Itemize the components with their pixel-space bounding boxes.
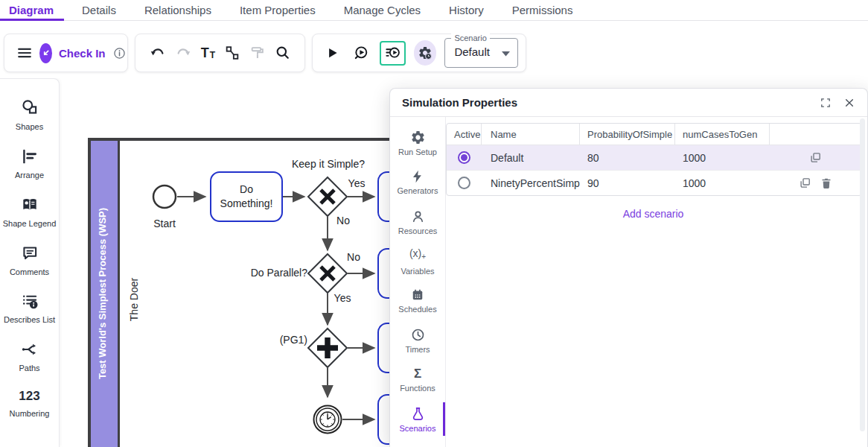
col-probability: ProbabilityOfSimple bbox=[580, 124, 675, 145]
menu-item-generators[interactable]: Generators bbox=[390, 162, 445, 202]
col-active: Active bbox=[447, 124, 482, 145]
close-icon[interactable] bbox=[843, 97, 855, 109]
check-in-icon[interactable] bbox=[39, 43, 52, 63]
tab-bar: Diagram Details Relationships Item Prope… bbox=[0, 0, 868, 21]
arrange-icon bbox=[20, 147, 39, 166]
format-painter-icon[interactable] bbox=[249, 45, 266, 61]
scenario-name[interactable]: NinetyPercentSimple bbox=[482, 177, 580, 189]
sidebar-item-numbering[interactable]: 123 Numbering bbox=[0, 381, 60, 426]
dialog-title: Simulation Properties bbox=[402, 96, 517, 109]
person-icon bbox=[410, 209, 426, 224]
gateway1-label: Keep it Simple? bbox=[280, 158, 377, 170]
edge-label-no1: No bbox=[328, 215, 358, 226]
paths-icon bbox=[20, 340, 39, 359]
table-row[interactable]: Default 80 1000 bbox=[447, 145, 861, 170]
col-num-cases: numCasesToGen bbox=[675, 124, 770, 145]
task-label: Do Something! bbox=[211, 172, 282, 221]
edge-label-no2: No bbox=[339, 251, 368, 263]
menu-item-bottom-partial[interactable] bbox=[390, 439, 445, 447]
top-bar: Diagram Details Relationships Item Prope… bbox=[0, 0, 868, 78]
menu-item-timers[interactable]: Timers bbox=[390, 320, 445, 360]
run-icon[interactable] bbox=[325, 45, 340, 61]
lightning-icon bbox=[410, 169, 425, 184]
menu-icon[interactable] bbox=[16, 45, 33, 61]
copy-icon[interactable] bbox=[798, 176, 812, 190]
tab-relationships[interactable]: Relationships bbox=[144, 1, 211, 20]
redo-icon[interactable] bbox=[175, 45, 192, 62]
menu-item-run-setup[interactable]: Run Setup bbox=[390, 123, 445, 162]
edge-label-yes1: Yes bbox=[342, 177, 371, 189]
menu-item-functions[interactable]: Σ Functions bbox=[390, 360, 445, 399]
flask-icon bbox=[410, 406, 426, 422]
tab-history[interactable]: History bbox=[449, 1, 484, 20]
shape-legend-icon bbox=[20, 195, 39, 215]
dialog-header: Simulation Properties bbox=[390, 89, 867, 117]
scenarios-panel: Active Name ProbabilityOfSimple numCases… bbox=[446, 117, 867, 447]
scenario-select[interactable]: Scenario Default bbox=[444, 38, 518, 68]
tab-details[interactable]: Details bbox=[82, 1, 116, 20]
col-name: Name bbox=[482, 124, 580, 145]
simulation-settings-gear-icon[interactable] bbox=[414, 40, 436, 66]
run-toolbar-group: Scenario Default bbox=[312, 34, 526, 72]
checkin-toolbar-group: Check In bbox=[4, 34, 128, 72]
scenario-num-cases[interactable]: 1000 bbox=[675, 177, 770, 189]
menu-item-scenarios[interactable]: Scenarios bbox=[390, 399, 445, 439]
simulation-menu: Run Setup Generators Resources (x)+ Vari… bbox=[390, 117, 446, 447]
dialog-scrollbar[interactable] bbox=[860, 118, 865, 431]
active-radio[interactable] bbox=[458, 177, 470, 189]
sigma-icon: Σ bbox=[414, 367, 421, 381]
scenario-num-cases[interactable]: 1000 bbox=[675, 152, 770, 164]
expand-icon[interactable] bbox=[820, 97, 832, 109]
tab-item-properties[interactable]: Item Properties bbox=[240, 1, 316, 20]
describes-list-icon bbox=[20, 291, 39, 311]
menu-item-resources[interactable]: Resources bbox=[390, 202, 445, 241]
table-header-row: Active Name ProbabilityOfSimple numCases… bbox=[447, 124, 861, 145]
tab-diagram[interactable]: Diagram bbox=[9, 1, 54, 20]
simulation-properties-dialog: Simulation Properties Run Setup Generato… bbox=[389, 88, 868, 447]
variables-icon: (x)+ bbox=[409, 247, 426, 264]
parallel-gateway-pg1[interactable] bbox=[308, 329, 347, 367]
check-in-button[interactable]: Check In bbox=[59, 47, 106, 60]
run-list-icon[interactable] bbox=[380, 41, 406, 66]
run-preview-icon[interactable] bbox=[353, 45, 370, 62]
menu-item-schedules[interactable]: Schedules bbox=[390, 281, 445, 320]
sequence-flows[interactable] bbox=[177, 197, 374, 419]
sidebar-item-describes-list[interactable]: Describes List bbox=[0, 284, 60, 332]
info-icon[interactable] bbox=[112, 46, 127, 60]
active-radio[interactable] bbox=[458, 151, 470, 164]
sidebar-item-paths[interactable]: Paths bbox=[0, 332, 60, 381]
table-row[interactable]: NinetyPercentSimple 90 1000 bbox=[447, 170, 861, 195]
scenario-name[interactable]: Default bbox=[482, 152, 580, 164]
search-icon[interactable] bbox=[275, 45, 291, 61]
menu-item-variables[interactable]: (x)+ Variables bbox=[390, 241, 445, 281]
tool-sidebar: Shapes Arrange Shape Legend Comments Des… bbox=[0, 78, 60, 447]
tab-permissions[interactable]: Permissions bbox=[512, 1, 573, 20]
calendar-icon bbox=[410, 288, 425, 302]
text-icon[interactable]: TT bbox=[201, 46, 215, 60]
timer-event[interactable] bbox=[314, 406, 342, 434]
trash-icon[interactable] bbox=[820, 176, 833, 190]
add-scenario-button[interactable]: Add scenario bbox=[446, 208, 861, 220]
gear-icon bbox=[410, 130, 426, 145]
sidebar-item-arrange[interactable]: Arrange bbox=[0, 139, 60, 188]
scenario-probability[interactable]: 90 bbox=[580, 177, 675, 189]
pool-header-border bbox=[118, 141, 120, 447]
edit-toolbar-group: TT bbox=[135, 34, 305, 72]
copy-icon[interactable] bbox=[808, 150, 823, 165]
start-event[interactable] bbox=[153, 186, 176, 208]
start-event-label: Start bbox=[142, 218, 187, 229]
gateway2-label: Do Parallel? bbox=[233, 267, 307, 279]
scenario-probability[interactable]: 80 bbox=[580, 152, 675, 164]
lane-title: The Doer bbox=[128, 255, 143, 344]
app-window: Test World's Simplest Process (WSP) The … bbox=[0, 0, 868, 447]
pool-title: Test World's Simplest Process (WSP) bbox=[97, 167, 112, 420]
connector-icon[interactable] bbox=[224, 45, 240, 61]
pool-left-border bbox=[88, 138, 91, 447]
tab-manage-cycles[interactable]: Manage Cycles bbox=[344, 1, 421, 20]
sidebar-item-shapes[interactable]: Shapes bbox=[0, 91, 60, 139]
comments-icon bbox=[20, 244, 39, 263]
scenarios-table: Active Name ProbabilityOfSimple numCases… bbox=[446, 123, 862, 196]
sidebar-item-shape-legend[interactable]: Shape Legend bbox=[0, 188, 60, 236]
undo-icon[interactable] bbox=[149, 45, 166, 62]
sidebar-item-comments[interactable]: Comments bbox=[0, 236, 60, 285]
